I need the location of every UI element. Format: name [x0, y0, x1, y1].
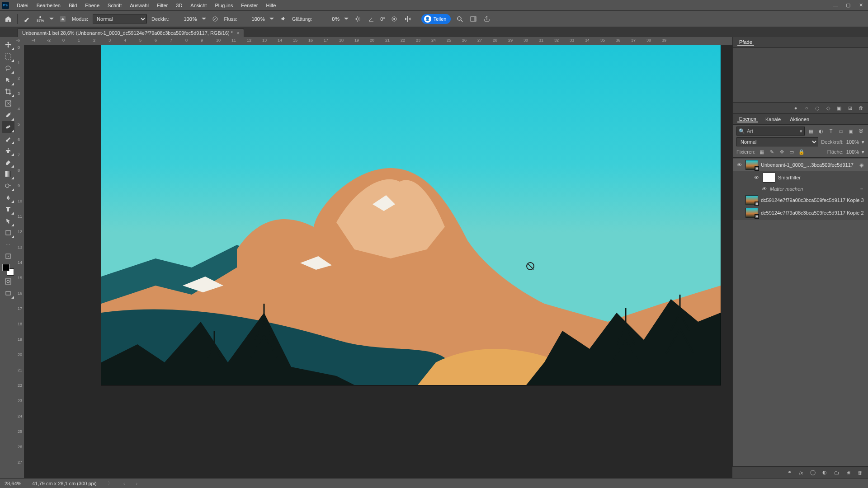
lock-artboard-icon[interactable]: ▭	[788, 148, 795, 155]
edit-toolbar-icon[interactable]	[2, 250, 14, 262]
add-mask-icon[interactable]: ▣	[835, 104, 843, 112]
tab-actions[interactable]: Aktionen	[788, 117, 811, 122]
pressure-size-icon[interactable]	[390, 14, 399, 23]
adjustment-layer-icon[interactable]: ◐	[821, 469, 828, 476]
layer-row[interactable]: ▣ dc59124e7f79a08c3bca509fec5d9117 Kopie…	[733, 206, 868, 219]
layer-name[interactable]: Smartfilter	[778, 175, 865, 180]
menu-bearbeiten[interactable]: Bearbeiten	[33, 0, 65, 11]
ruler-vertical[interactable]: 0123456789101112131415161718192021222324…	[16, 45, 24, 478]
menu-3d[interactable]: 3D	[172, 0, 186, 11]
delete-layer-icon[interactable]: 🗑	[856, 469, 863, 476]
smoothing-options-icon[interactable]	[353, 14, 362, 23]
canvas-stage[interactable]	[24, 45, 732, 478]
more-tools-icon[interactable]: ⋯	[2, 239, 14, 250]
layer-mask-icon[interactable]: ◯	[809, 469, 816, 476]
lock-pixels-icon[interactable]: ✎	[768, 148, 775, 155]
pen-tool[interactable]	[2, 192, 14, 203]
nav-prev-icon[interactable]: ‹	[123, 481, 125, 486]
filter-effect-icon[interactable]: ◉	[858, 161, 865, 169]
menu-ebene[interactable]: Ebene	[81, 0, 104, 11]
path-select-tool[interactable]	[2, 215, 14, 227]
visibility-toggle-icon[interactable]	[736, 197, 743, 204]
menu-plugins[interactable]: Plug-ins	[211, 0, 237, 11]
layer-name[interactable]: dc59124e7f79a08c3bca509fec5d9117 Kopie 3	[761, 197, 865, 203]
layer-opacity-value[interactable]: 100%	[846, 139, 859, 145]
type-tool[interactable]	[2, 203, 14, 215]
marquee-tool[interactable]	[2, 51, 14, 62]
airbrush-icon[interactable]	[278, 14, 288, 23]
document-tab[interactable]: Unbenannt-1 bei 28,6% (Unbenannt-1_0000_…	[17, 28, 244, 37]
search-icon[interactable]	[455, 14, 464, 23]
nav-next-icon[interactable]: ›	[136, 481, 137, 486]
tab-channels[interactable]: Kanäle	[764, 117, 783, 122]
visibility-toggle-icon[interactable]: 👁	[760, 185, 767, 192]
smoothing-input[interactable]	[316, 16, 335, 22]
brush-settings-icon[interactable]	[58, 14, 67, 23]
window-close-icon[interactable]: ✕	[855, 1, 866, 9]
window-minimize-icon[interactable]: —	[830, 1, 841, 9]
delete-path-icon[interactable]: 🗑	[857, 104, 864, 112]
menu-auswahl[interactable]: Auswahl	[126, 0, 153, 11]
home-icon[interactable]	[4, 14, 13, 23]
crop-tool[interactable]	[2, 86, 14, 98]
angle-value[interactable]: 0°	[380, 16, 385, 22]
layer-row[interactable]: 👁 Matter machen ≡	[733, 184, 868, 194]
quick-mask-icon[interactable]	[2, 276, 14, 287]
opacity-input[interactable]	[174, 16, 192, 22]
eraser-tool[interactable]	[2, 156, 14, 168]
smoothing-dropdown-icon[interactable]	[344, 18, 349, 22]
flow-dropdown-icon[interactable]	[269, 18, 274, 22]
flow-input[interactable]	[242, 16, 260, 22]
info-chevron-icon[interactable]: 〉	[108, 480, 113, 487]
close-tab-icon[interactable]: ×	[236, 30, 239, 36]
link-layers-icon[interactable]: ⚭	[786, 469, 793, 476]
foreground-background-colors[interactable]	[2, 264, 14, 276]
frame-tool[interactable]	[2, 98, 14, 109]
brush-tool-icon[interactable]	[22, 14, 31, 23]
dodge-tool[interactable]	[2, 180, 14, 192]
path-from-selection-icon[interactable]: ◇	[825, 104, 832, 112]
pressure-opacity-icon[interactable]	[211, 14, 220, 23]
screen-mode-icon[interactable]	[2, 287, 14, 299]
symmetry-icon[interactable]	[403, 14, 412, 23]
filter-smart-icon[interactable]: ▣	[847, 127, 854, 135]
opacity-dropdown-icon[interactable]	[202, 18, 206, 22]
menu-schrift[interactable]: Schrift	[104, 0, 126, 11]
layer-thumbnail[interactable]: ▣	[745, 160, 758, 170]
export-icon[interactable]	[482, 14, 491, 23]
menu-fenster[interactable]: Fenster	[237, 0, 262, 11]
menu-filter[interactable]: Filter	[153, 0, 172, 11]
layer-name[interactable]: Unbenannt-1_0000_…3bca509fec5d9117	[761, 162, 855, 168]
blend-mode-select[interactable]: Normal	[93, 14, 147, 23]
fill-value[interactable]: 100%	[846, 149, 859, 155]
visibility-toggle-icon[interactable]	[736, 209, 743, 216]
layer-row[interactable]: 👁 ▣ Unbenannt-1_0000_…3bca509fec5d9117 ◉	[733, 159, 868, 171]
layer-blend-mode-select[interactable]: Normal	[736, 137, 818, 146]
tab-layers[interactable]: Ebenen	[737, 116, 758, 122]
ruler-horizontal[interactable]: -6-4-20123456789101112131415161718192021…	[16, 37, 732, 45]
layer-style-icon[interactable]: fx	[797, 469, 805, 476]
layer-thumbnail[interactable]: ▣	[745, 195, 758, 205]
healing-brush-tool[interactable]	[2, 121, 14, 133]
fill-path-icon[interactable]: ●	[792, 104, 799, 112]
selection-from-path-icon[interactable]: ◌	[814, 104, 821, 112]
quick-select-tool[interactable]	[2, 74, 14, 86]
lock-all-icon[interactable]: 🔒	[798, 148, 805, 155]
filter-toggle-icon[interactable]: ⦿	[857, 127, 864, 135]
visibility-toggle-icon[interactable]: 👁	[736, 161, 743, 169]
layer-row[interactable]: ▣ dc59124e7f79a08c3bca509fec5d9117 Kopie…	[733, 194, 868, 206]
tab-paths[interactable]: Pfade	[737, 39, 754, 46]
layer-name[interactable]: dc59124e7f79a08c3bca509fec5d9117 Kopie 2	[761, 210, 865, 216]
angle-icon[interactable]	[367, 14, 376, 23]
workspace-icon[interactable]	[469, 14, 478, 23]
new-path-icon[interactable]: ⊞	[846, 104, 854, 112]
lock-transparent-icon[interactable]: ▦	[758, 148, 765, 155]
menu-bild[interactable]: Bild	[65, 0, 81, 11]
smart-filter-name[interactable]: Matter machen	[770, 186, 855, 192]
move-tool[interactable]	[2, 39, 14, 51]
layer-thumbnail[interactable]: ▣	[745, 208, 758, 218]
clone-stamp-tool[interactable]	[2, 145, 14, 156]
shape-tool[interactable]	[2, 227, 14, 239]
layer-row[interactable]: 👁 Smartfilter	[733, 171, 868, 184]
share-button[interactable]: 👤Teilen	[421, 14, 451, 24]
